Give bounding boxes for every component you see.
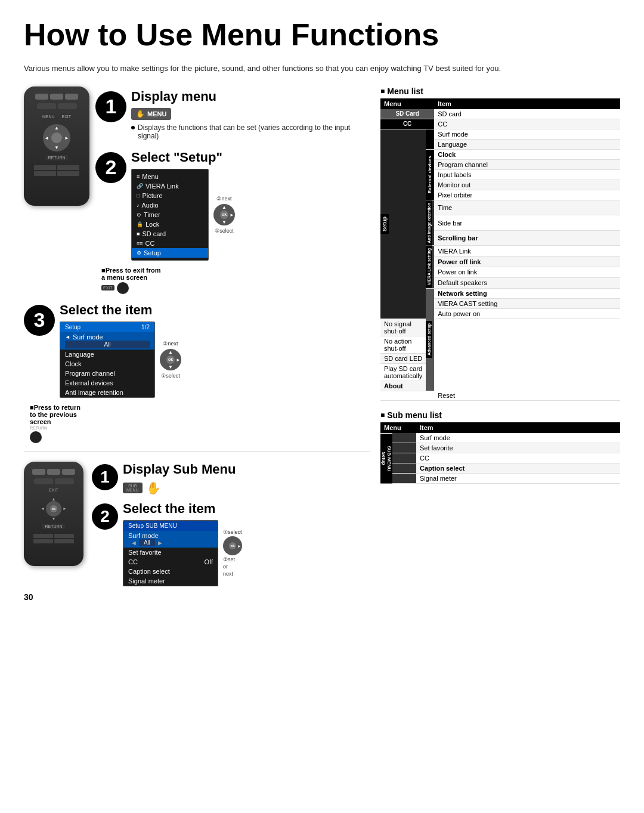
remote-1: MENU EXIT ▲ ▼ ◄ ► RETURN — [24, 86, 89, 206]
menu-item-audio: ♪Audio — [132, 200, 208, 210]
sub-item-caption-select: Caption select — [416, 463, 620, 474]
advanced-setup-rotated-cell: Advanced setup — [426, 288, 434, 391]
sub-item-signal-meter: Signal meter — [416, 474, 620, 484]
setup-external-devices: External devices — [60, 378, 154, 388]
sub-col-menu-header: Menu — [380, 422, 416, 433]
table-row: Setup Surf mode — [380, 129, 620, 139]
step3-num: 3 — [24, 305, 55, 336]
sub-menu-section: EXIT ▲ ◄ ok ► ▼ RETU — [24, 462, 370, 586]
sub-menu-dropdown: Setup SUB MENU Surf mode ◄ All ► — [123, 520, 218, 586]
page-number: 30 — [24, 586, 370, 602]
sub-col-item-header: Item — [416, 422, 620, 433]
step1-content: Display menu ✋ MENU Displays the func — [131, 89, 370, 143]
menu-list-title: Menu list — [380, 86, 620, 96]
item-program-channel: Program channel — [434, 159, 620, 169]
left-column: MENU EXIT ▲ ▼ ◄ ► RETURN — [24, 86, 370, 602]
sub-item-cc: CC — [416, 453, 620, 463]
item-about: About — [380, 381, 426, 391]
table-row: CC CC — [380, 119, 620, 129]
setup-rotated-cell: Setup — [380, 129, 426, 319]
menu-cell-cc: CC — [380, 119, 434, 129]
setup-header: Setup1/2 — [60, 322, 154, 332]
setup-program-channel: Program channel — [60, 369, 154, 378]
table-row: CC — [380, 453, 620, 463]
menu-item-picture: □Picture — [132, 191, 208, 200]
step1-bullet: Displays the functions that can be set (… — [131, 123, 370, 140]
setup-dropdown: Setup1/2 ◄Surf mode All Language Clock P… — [60, 322, 155, 398]
sub-menu-table: Menu Item SUB MENUSetup Surf mode — [380, 422, 620, 484]
item-scrolling-bar: Scrolling bar — [434, 230, 620, 246]
item-pixel-orbiter: Pixel orbiter — [434, 190, 620, 200]
item-default-speakers: Default speakers — [434, 277, 620, 288]
menu-item-cc: ≡≡CC — [132, 239, 208, 248]
sub-surf-mode: Surf mode ◄ All ► — [123, 531, 218, 548]
anti-image-rotated-cell: Anti Image retention — [426, 200, 434, 246]
item-power-off-link: Power off link — [434, 256, 620, 267]
press-exit-label: ■Press to exit froma menu screen — [101, 267, 370, 281]
viera-link-rotated-cell: VIERA Link setting — [426, 246, 434, 288]
menu-item-menu: ≡Menu — [132, 172, 208, 181]
sub-step2-title: Select the item — [123, 501, 242, 517]
item-time: Time — [434, 200, 620, 215]
intro-text: Various menus allow you to make settings… — [24, 63, 620, 75]
sub-menu-list-title: Sub menu list — [380, 410, 620, 420]
item-cc: CC — [434, 119, 620, 129]
press-return-block: ■Press to returnto the previousscreen RE… — [30, 404, 370, 443]
item-clock: Clock — [434, 149, 620, 159]
step2-content: Select "Setup" ≡Menu 🔗VIERA Link □Pictur… — [131, 150, 370, 261]
menu-item-lock: 🔒Lock — [132, 220, 208, 229]
page-container: How to Use Menu Functions Various menus … — [0, 0, 644, 620]
right-column: Menu list Menu Item SD Card SD card — [380, 86, 620, 602]
sub-menu-header: Setup SUB MENU — [123, 521, 218, 531]
step3-block: 3 Select the item Setup1/2 ◄Surf mode Al… — [24, 302, 370, 398]
col-item-header: Item — [434, 98, 620, 109]
step3-content: Select the item Setup1/2 ◄Surf mode All … — [60, 302, 370, 398]
step2-title: Select "Setup" — [131, 150, 370, 165]
item-viera-link: VIERA Link — [434, 246, 620, 256]
item-language: Language — [434, 139, 620, 149]
sub-step1-title: Display Sub Menu — [123, 462, 236, 477]
menu-table: Menu Item SD Card SD card CC CC — [380, 98, 620, 401]
step1-title: Display menu — [131, 89, 370, 104]
table-row: SD card LED — [380, 353, 620, 363]
sub-item-surf-mode: Surf mode — [416, 433, 620, 443]
sub-menu-rotated-label: SUB MENUSetup — [380, 433, 392, 484]
empty-cell — [380, 391, 434, 401]
item-play-sd-card: Play SD card automatically — [380, 363, 426, 381]
table-row: No action shut-off — [380, 336, 620, 353]
remote-2: EXIT ▲ ◄ ok ► ▼ RETU — [24, 462, 83, 566]
table-row: No signal shut-off — [380, 319, 620, 336]
step1-num: 1 — [95, 91, 126, 122]
step1-block: MENU EXIT ▲ ▼ ◄ ► RETURN — [24, 86, 370, 294]
setup-clock: Clock — [60, 359, 154, 369]
item-monitor-out: Monitor out — [434, 180, 620, 190]
menu-item-timer: ⊙Timer — [132, 210, 208, 220]
table-row: Caption select — [380, 463, 620, 474]
menu-item-setup: ⚙Setup — [132, 248, 208, 258]
step3-title: Select the item — [60, 302, 370, 318]
external-rotated-cell — [426, 129, 434, 149]
sub-cc: CCOff — [123, 557, 218, 567]
setup-anti-image: Anti image retention — [60, 388, 154, 397]
table-row: Play SD card automatically — [380, 363, 620, 381]
step2-num: 2 — [95, 152, 126, 183]
menu-cell-sdcard: SD Card — [380, 109, 434, 119]
item-power-on-link: Power on link — [434, 267, 620, 278]
menu-item-viera: 🔗VIERA Link — [132, 181, 208, 191]
item-surf-mode: Surf mode — [434, 129, 620, 139]
sub-step1-num: 1 — [92, 464, 118, 490]
setup-language: Language — [60, 350, 154, 359]
sub-menu-cell — [392, 433, 416, 443]
table-row: Signal meter — [380, 474, 620, 484]
ext-devices-rotated-cell: External devices — [426, 149, 434, 200]
table-row: SUB MENUSetup Surf mode — [380, 433, 620, 443]
menu-item-sdcard: ■SD card — [132, 229, 208, 239]
item-no-action-shut-off: No action shut-off — [380, 336, 426, 353]
item-no-signal-shut-off: No signal shut-off — [380, 319, 426, 336]
sub-item-set-favorite: Set favorite — [416, 443, 620, 453]
table-row: Reset — [380, 391, 620, 401]
table-row: About — [380, 381, 620, 391]
page-title: How to Use Menu Functions — [24, 18, 620, 52]
item-sdcard: SD card — [434, 109, 620, 119]
table-row: SD Card SD card — [380, 109, 620, 119]
